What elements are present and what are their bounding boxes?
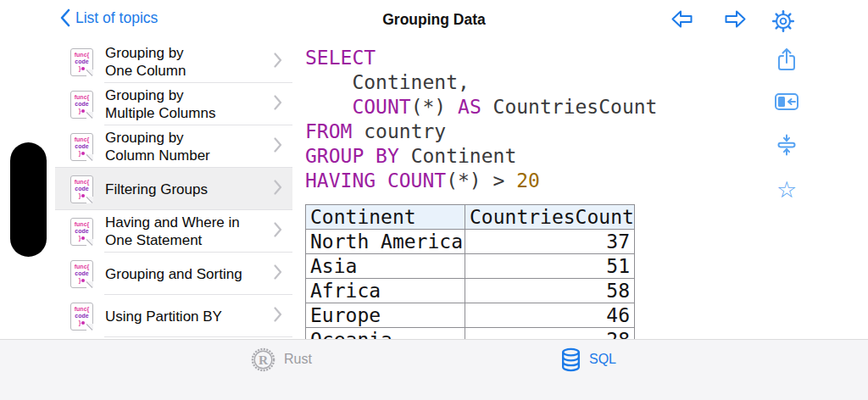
sidebar-item[interactable]: func{code}Filtering Groups: [55, 168, 292, 210]
func-code-doc-icon: func{code}: [70, 48, 93, 76]
back-button-label: List of topics: [75, 9, 158, 27]
result-table: ContinentCountriesCountNorth America37As…: [305, 204, 635, 339]
chevron-right-icon: [274, 95, 282, 114]
code-line: HAVING COUNT(*) > 20: [305, 169, 657, 193]
table-row: Africa58: [306, 279, 635, 303]
doc-icon-text-line1: func{: [75, 179, 90, 186]
doc-icon-text-line3: }: [79, 277, 86, 284]
doc-icon-dot: [81, 194, 85, 197]
doc-icon-dot: [81, 67, 85, 70]
arrow-right-outline-icon: [724, 9, 747, 29]
chevron-right-icon: [274, 137, 282, 156]
sidebar-item[interactable]: func{code}Grouping and Sorting: [55, 253, 292, 295]
code-segment: AS: [458, 96, 481, 118]
sidebar-item[interactable]: func{code}Having and Where in One Statem…: [55, 210, 292, 253]
app-window: List of topics Grouping Data: [0, 0, 868, 400]
table-row: Oceania28: [306, 328, 635, 340]
code-segment: Continent,: [305, 71, 470, 93]
code-segment: 20: [516, 169, 540, 192]
tab-rust[interactable]: R Rust: [250, 347, 312, 372]
sidebar-item-label: Grouping by Column Number: [105, 129, 274, 164]
sidebar-item-label: Grouping and Sorting: [105, 265, 274, 283]
collapse-vertical-icon: [775, 133, 798, 157]
doc-icon-text-line3: }: [79, 108, 86, 114]
sidebar-item[interactable]: func{code}Grouping by Column Number: [55, 125, 292, 168]
code-line: FROM country: [305, 119, 657, 144]
table-cell-count: 37: [465, 230, 635, 254]
table-row: Europe46: [306, 303, 635, 328]
doc-icon-dot: [81, 236, 85, 240]
code-segment: (*) >: [446, 169, 516, 192]
doc-icon-text-line1: func{: [75, 306, 90, 313]
sidebar-item[interactable]: func{code}Grouping by One Column: [55, 41, 292, 83]
code-segment: (*): [411, 96, 458, 118]
sidebar-item[interactable]: func{code}Using Partition BY: [55, 295, 292, 337]
func-code-doc-icon: func{code}: [70, 303, 93, 331]
tab-sql-label: SQL: [589, 352, 616, 367]
func-code-doc-icon: func{code}: [70, 260, 93, 288]
doc-icon-text-line2: code: [75, 143, 88, 150]
share-icon: [776, 47, 798, 72]
toggle-sidebar-button[interactable]: [774, 90, 799, 115]
doc-icon-text-line1: func{: [75, 94, 90, 101]
code-segment: [305, 96, 352, 118]
table-cell-continent: Europe: [306, 303, 465, 328]
sidebar-item-label: Grouping by Multiple Columns: [105, 86, 274, 122]
sidebar-item-label: Having and Where in One Statement: [105, 214, 274, 249]
doc-icon-text-line2: code: [75, 186, 88, 192]
doc-icon-text-line3: }: [79, 319, 86, 326]
sidebar-item-label: Using Partition BY: [105, 308, 274, 325]
code-segment: COUNT: [352, 96, 410, 118]
hide-panel-icon: [774, 92, 799, 112]
doc-icon-text-line3: }: [79, 235, 86, 242]
chevron-right-icon: [274, 53, 282, 71]
topics-sidebar: func{code}Grouping by One Columnfunc{cod…: [55, 41, 292, 337]
code-line: Continent,: [305, 70, 657, 95]
arrow-left-outline-icon: [670, 9, 693, 29]
table-header-cell: CountriesCount: [465, 205, 635, 230]
tab-sql[interactable]: SQL: [560, 347, 616, 372]
svg-text:R: R: [259, 352, 269, 366]
code-line: COUNT(*) AS CountriesCount: [305, 95, 657, 119]
code-segment: SELECT: [305, 47, 376, 69]
sidebar-item-label: Filtering Groups: [105, 181, 274, 198]
table-header-row: ContinentCountriesCount: [306, 205, 635, 230]
table-header-cell: Continent: [306, 205, 465, 230]
favorite-button[interactable]: ☆: [774, 177, 799, 203]
doc-icon-text-line1: func{: [75, 52, 90, 58]
doc-icon-text-line3: }: [79, 192, 86, 199]
back-to-topics-button[interactable]: List of topics: [59, 8, 158, 27]
table-cell-count: 46: [465, 303, 635, 328]
code-segment: FROM: [305, 120, 352, 142]
doc-icon-dot: [81, 321, 85, 325]
code-segment: GROUP BY: [305, 145, 399, 167]
doc-icon-text-line2: code: [75, 313, 88, 319]
doc-icon-text-line2: code: [75, 270, 88, 277]
navigate-forward-button[interactable]: [722, 8, 748, 32]
top-navigation-bar: List of topics Grouping Data: [0, 0, 868, 41]
settings-button[interactable]: [771, 8, 796, 32]
doc-icon-text-line2: code: [75, 58, 88, 65]
tab-rust-label: Rust: [284, 352, 312, 367]
table-row: Asia51: [306, 254, 635, 279]
doc-icon-text-line1: func{: [75, 264, 90, 270]
doc-icon-dot: [81, 279, 85, 282]
sidebar-item[interactable]: func{code}Grouping by Multiple Columns: [55, 83, 292, 125]
doc-icon-text-line3: }: [79, 150, 86, 157]
doc-icon-text-line1: func{: [75, 136, 90, 143]
doc-icon-dot: [81, 152, 85, 155]
bottom-tab-bar: R Rust SQL: [0, 339, 868, 400]
navigate-back-button[interactable]: [669, 8, 694, 32]
func-code-doc-icon: func{code}: [70, 133, 93, 161]
doc-icon-text-line3: }: [79, 65, 86, 72]
query-result-area: ContinentCountriesCountNorth America37As…: [305, 204, 636, 339]
share-button[interactable]: [774, 47, 799, 72]
collapse-code-button[interactable]: [774, 133, 799, 158]
table-cell-continent: Asia: [306, 254, 465, 279]
chevron-left-icon: [59, 8, 70, 27]
sql-code-block: SELECT Continent, COUNT(*) AS CountriesC…: [305, 46, 657, 193]
code-segment: HAVING COUNT: [305, 169, 446, 192]
code-line: GROUP BY Continent: [305, 144, 657, 169]
chevron-right-icon: [274, 222, 282, 241]
table-cell-count: 51: [465, 254, 635, 279]
